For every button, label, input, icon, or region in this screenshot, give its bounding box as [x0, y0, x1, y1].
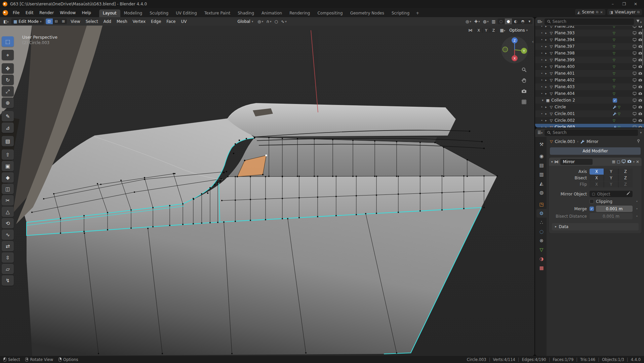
vertex-select-button[interactable]: ⊡: [46, 19, 53, 24]
properties-tab-particles[interactable]: ∴: [536, 218, 547, 227]
tool-smooth[interactable]: ∿: [2, 229, 14, 240]
viewport-3d[interactable]: User Perspective (2) Circle.003 ⋈ XYZ ▦▾…: [0, 26, 534, 356]
pivot-dropdown[interactable]: ◎▾: [256, 19, 264, 24]
monitor-icon[interactable]: [633, 38, 637, 42]
workspace-tab-geometry-nodes[interactable]: Geometry Nodes: [347, 9, 388, 17]
expand-icon[interactable]: ▸: [544, 125, 548, 128]
properties-tab-render[interactable]: ◉: [536, 152, 547, 160]
menu-edit[interactable]: Edit: [23, 9, 36, 16]
workspace-tab-shading[interactable]: Shading: [234, 9, 258, 17]
object-name[interactable]: Circle.001: [555, 111, 612, 116]
outliner-row[interactable]: •▸▽Plane.397▽: [535, 43, 644, 50]
monitor-icon[interactable]: [633, 92, 637, 96]
shading-rendered[interactable]: ◓: [519, 19, 527, 24]
expand-icon[interactable]: ▸: [544, 72, 548, 75]
viewport-menu-add[interactable]: Add: [101, 19, 114, 25]
object-name[interactable]: Plane.404: [555, 91, 612, 96]
tool-loop-cut[interactable]: ◫: [2, 184, 14, 194]
tool-annotate[interactable]: ✎: [2, 111, 14, 121]
ortho-grid-icon[interactable]: [520, 98, 528, 106]
expand-icon[interactable]: ▾: [541, 99, 545, 102]
mode-dropdown[interactable]: ▦ Edit Mode ▾: [11, 19, 44, 25]
properties-tab-modifiers[interactable]: ⚙: [536, 209, 547, 218]
mirror-icon[interactable]: ⋈: [467, 28, 473, 33]
menu-window[interactable]: Window: [57, 9, 79, 16]
modifier-name-input[interactable]: Mirror: [560, 159, 593, 165]
monitor-icon[interactable]: [633, 71, 637, 75]
unlink-scene-icon[interactable]: ✕: [600, 10, 603, 14]
active-vertex[interactable]: [265, 154, 267, 156]
menu-render[interactable]: Render: [36, 9, 57, 16]
camera-icon[interactable]: [638, 26, 642, 28]
object-name[interactable]: Collection 2: [551, 98, 612, 103]
bisect-z-toggle[interactable]: Z: [618, 175, 633, 181]
monitor-icon[interactable]: [633, 31, 637, 35]
outliner-row[interactable]: •▸▽Circle.001▽: [535, 110, 644, 117]
camera-view-icon[interactable]: [520, 87, 528, 96]
camera-icon[interactable]: [638, 85, 642, 89]
snap-magnet-icon[interactable]: ∩▾: [265, 19, 272, 24]
properties-tab-constraints[interactable]: ⊗: [536, 236, 547, 245]
filter-icon[interactable]: ▾: [636, 19, 642, 24]
object-name[interactable]: Plane.401: [555, 71, 612, 76]
expand-icon[interactable]: ▸: [544, 78, 548, 82]
face-select-button[interactable]: ⊞: [60, 19, 67, 24]
expand-icon[interactable]: ▸: [544, 85, 548, 88]
snap-grid-icon[interactable]: ▦▾: [499, 28, 506, 33]
object-name[interactable]: Plane.394: [555, 37, 612, 42]
workspace-tab-uv-editing[interactable]: UV Editing: [172, 9, 201, 17]
camera-icon[interactable]: [638, 118, 642, 122]
workspace-tab-scripting[interactable]: Scripting: [388, 9, 413, 17]
properties-tab-object-data[interactable]: ▽: [536, 245, 547, 254]
object-name[interactable]: Plane.393: [555, 31, 612, 35]
outliner-row[interactable]: ▾▦Collection 2✓: [535, 97, 644, 104]
maximize-button[interactable]: ❐: [618, 0, 630, 8]
tool-shrink-fatten[interactable]: ⇳: [2, 252, 14, 263]
shading-material[interactable]: ◐: [512, 19, 519, 24]
viewport-menu-select[interactable]: Select: [83, 19, 101, 25]
add-modifier-button[interactable]: Add Modifier: [550, 147, 641, 155]
merge-threshold-slider[interactable]: 0.001 m: [596, 206, 633, 212]
tool-poly-build[interactable]: △: [2, 207, 14, 217]
options-dropdown[interactable]: Options▾: [508, 28, 529, 33]
monitor-icon[interactable]: [633, 26, 637, 28]
monitor-icon[interactable]: [633, 112, 637, 116]
falloff-dropdown[interactable]: ∿▾: [280, 19, 288, 24]
scene-selector[interactable]: ◭ Scene ⧉ ✕: [575, 9, 605, 15]
editor-type-icon[interactable]: ◧▾: [2, 19, 10, 24]
properties-tab-world[interactable]: ◍: [536, 188, 547, 197]
zoom-icon[interactable]: [520, 65, 528, 74]
properties-tab-output[interactable]: ▤: [536, 161, 547, 170]
wrench-icon[interactable]: [613, 112, 616, 116]
properties-editor-icon[interactable]: ☰▾: [537, 130, 542, 135]
outliner-row[interactable]: •▸▽Plane.403▽: [535, 83, 644, 90]
expand-icon[interactable]: ▸: [544, 58, 548, 62]
tool-rip-region[interactable]: ↯: [2, 275, 14, 286]
expand-icon[interactable]: ▸: [544, 65, 548, 68]
object-name[interactable]: Plane.402: [555, 78, 612, 82]
object-name[interactable]: Plane.398: [555, 51, 612, 56]
tool-cursor[interactable]: ⌖: [2, 50, 14, 60]
new-scene-icon[interactable]: ⧉: [596, 10, 598, 14]
tool-add-cube[interactable]: ▧: [2, 136, 14, 146]
monitor-icon[interactable]: [633, 58, 637, 62]
outliner-row[interactable]: •▸▽Plane.393▽: [535, 30, 644, 36]
collapse-icon[interactable]: ▾: [551, 160, 553, 164]
object-name[interactable]: Circle: [555, 105, 612, 109]
tool-move[interactable]: ✥: [2, 63, 14, 74]
expand-icon[interactable]: ▸: [544, 119, 548, 122]
wrench-icon[interactable]: [613, 125, 616, 128]
bisect-distance-slider[interactable]: 0.001 m: [590, 213, 633, 219]
xray-toggle[interactable]: ▥: [491, 19, 496, 24]
viewport-menu-face[interactable]: Face: [164, 19, 178, 25]
outliner-editor-icon[interactable]: ⊟▾: [537, 19, 542, 24]
delete-modifier-icon[interactable]: ✕: [636, 159, 639, 164]
gizmos-dropdown[interactable]: ✚▾: [473, 19, 481, 24]
properties-tab-tool[interactable]: ⚒: [536, 140, 547, 149]
monitor-icon[interactable]: [633, 65, 637, 69]
workspace-tab-sculpting[interactable]: Sculpting: [146, 9, 172, 17]
monitor-icon[interactable]: [633, 85, 637, 89]
monitor-icon[interactable]: [633, 51, 637, 55]
monitor-icon[interactable]: [633, 78, 637, 82]
workspace-tab-modeling[interactable]: Modeling: [120, 9, 146, 17]
